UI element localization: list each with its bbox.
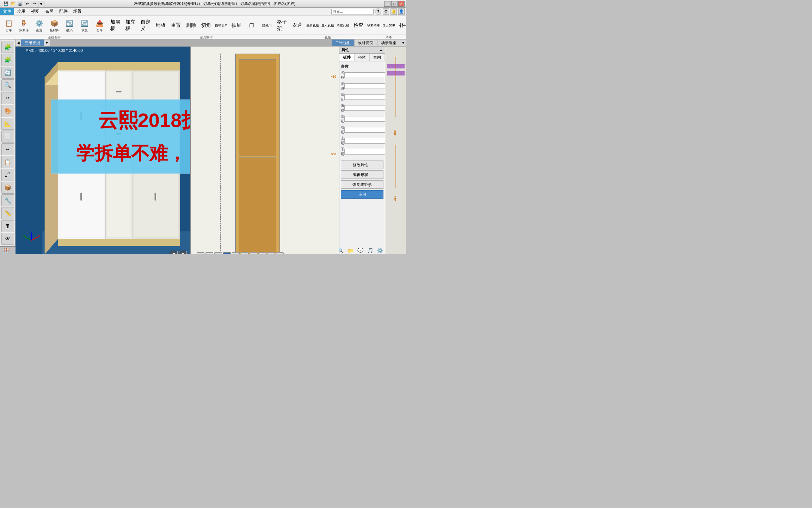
- zoom-out-btn[interactable]: ⊖: [205, 252, 213, 254]
- btn-bevel[interactable]: 切角: [199, 16, 214, 35]
- statusbar-chat-icon[interactable]: 💬: [357, 247, 364, 254]
- btn-redo[interactable]: ↪️ 恢复: [77, 16, 92, 35]
- btn-drawer[interactable]: 抽屉: [229, 16, 244, 35]
- sidebar-btn-5[interactable]: 🎨: [1, 105, 14, 117]
- zoom-in-btn[interactable]: ⊕: [197, 252, 204, 254]
- right-panel-collapse-btn[interactable]: ▲: [379, 48, 383, 52]
- sidebar-btn-13[interactable]: 📏: [1, 207, 14, 219]
- menu-file[interactable]: 文件: [0, 8, 14, 15]
- lock-all-btn[interactable]: 🔒: [276, 252, 284, 254]
- view2d-content[interactable]: 400.00 450 350 ⊕ ⊖ ⛶ □ A+ A- 🎨 🔓: [191, 47, 339, 254]
- quick-extra-btn[interactable]: ▼: [38, 1, 44, 7]
- sidebar-btn-3[interactable]: 🔍: [1, 79, 14, 91]
- prop-input-bottom-ext[interactable]: [344, 149, 390, 155]
- statusbar-music-icon[interactable]: 🎵: [367, 247, 374, 254]
- btn-undo-bevel[interactable]: 撤销切角: [214, 16, 229, 35]
- btn-restore-rect[interactable]: 恢复成矩形: [341, 180, 383, 189]
- lock-open-btn[interactable]: 🔓: [258, 252, 266, 254]
- btn-reset[interactable]: 重置: [168, 16, 183, 35]
- quick-save-btn[interactable]: 💾: [3, 1, 9, 7]
- quick-access-toolbar[interactable]: 💾 📂 🖨️ ↩ ↪ ▼: [1, 1, 46, 7]
- btn-add-shelf[interactable]: 加层板: [108, 16, 123, 35]
- btn-board-lib[interactable]: 📦 板材库: [47, 16, 62, 35]
- btn-check[interactable]: 检查: [351, 16, 366, 35]
- btn-add-vertical[interactable]: 加立板: [123, 16, 138, 35]
- sidebar-btn-6[interactable]: 📐: [1, 118, 14, 130]
- prop-input-left-ext[interactable]: [344, 116, 390, 122]
- view-prev-btn[interactable]: ◀: [16, 40, 21, 46]
- sidebar-btn-10[interactable]: 🖊: [1, 169, 14, 181]
- prop-tab-cabinet[interactable]: 柜体: [355, 54, 370, 61]
- btn-settings[interactable]: ⚙️ 设置: [32, 16, 47, 35]
- btn-grid-rack[interactable]: 格子架: [275, 16, 289, 35]
- btn-door[interactable]: 门: [244, 16, 259, 35]
- window-controls[interactable]: — □ ✕: [384, 1, 405, 7]
- prop-input-indent[interactable]: [344, 83, 390, 89]
- view2d-collapse-btn[interactable]: ▼: [400, 40, 406, 46]
- prop-input-right-ext[interactable]: [344, 127, 390, 133]
- sidebar-btn-2[interactable]: 🔄: [1, 67, 14, 79]
- statusbar-windows-icon[interactable]: 🪟: [3, 247, 10, 254]
- quick-print-btn[interactable]: 🖨️: [17, 1, 23, 7]
- menu-common[interactable]: 常用: [14, 8, 28, 15]
- sidebar-btn-0[interactable]: 🧩: [1, 41, 14, 53]
- tab-3d-view[interactable]: 三维视图: [21, 40, 44, 46]
- menu-layout[interactable]: 布局: [42, 8, 56, 15]
- prop-input-offset[interactable]: [344, 105, 390, 111]
- tab-design-room[interactable]: 设计房间: [355, 40, 377, 46]
- fit-view-btn[interactable]: ⛶: [214, 252, 222, 254]
- menu-scene[interactable]: 场景: [70, 8, 85, 15]
- btn-share[interactable]: 📤 分享: [92, 16, 107, 35]
- statusbar-settings-icon[interactable]: ⚙️: [376, 247, 383, 254]
- sidebar-btn-7[interactable]: ⬜: [1, 131, 14, 143]
- text-large-btn[interactable]: A+: [232, 252, 240, 254]
- btn-pave[interactable]: 铺板: [153, 16, 168, 35]
- btn-edit-shape[interactable]: 编辑形状...: [341, 170, 383, 179]
- btn-furniture-lib[interactable]: 🪑 家具库: [17, 16, 31, 35]
- btn-apply[interactable]: 应用: [341, 190, 383, 199]
- prop-tab-board[interactable]: 板件: [339, 54, 355, 61]
- search-input[interactable]: [331, 9, 374, 14]
- sidebar-btn-9[interactable]: 📋: [1, 156, 14, 168]
- notification-icon[interactable]: 🔔: [390, 8, 397, 15]
- btn-clear-holes[interactable]: 清空孔槽: [336, 16, 350, 35]
- view-3d[interactable]: 柜体：400.00 * 340.00 * 2140.00: [16, 47, 191, 254]
- btn-order[interactable]: 📋 订单: [1, 16, 16, 35]
- btn-modify-props[interactable]: 修改属性...: [341, 161, 383, 169]
- front-view-btn[interactable]: F: [170, 251, 178, 254]
- btn-delete[interactable]: 删除: [184, 16, 198, 35]
- color-btn[interactable]: 🎨: [250, 252, 257, 254]
- help-button[interactable]: ?: [375, 8, 381, 15]
- btn-export-dxf[interactable]: 导出DXF: [381, 16, 396, 35]
- prop-tab-space[interactable]: 空间: [370, 54, 385, 61]
- prop-input-name[interactable]: [344, 72, 390, 78]
- sidebar-btn-15[interactable]: 👁: [1, 233, 14, 245]
- quick-redo-btn[interactable]: ↪: [31, 1, 37, 7]
- close-btn[interactable]: ✕: [398, 1, 405, 7]
- prop-input-rear[interactable]: [344, 94, 390, 100]
- minimize-btn[interactable]: —: [384, 1, 390, 7]
- sidebar-btn-4[interactable]: ✂: [1, 92, 14, 104]
- menu-view[interactable]: 视图: [28, 8, 42, 15]
- menu-parts[interactable]: 配件: [56, 8, 70, 15]
- btn-hidden-door[interactable]: 隐藏门: [259, 16, 274, 35]
- text-small-btn[interactable]: A-: [241, 252, 248, 254]
- btn-custom[interactable]: 自定义: [138, 16, 153, 35]
- quick-open-btn[interactable]: 📂: [10, 1, 16, 7]
- btn-show-holes[interactable]: 显示孔槽: [320, 16, 335, 35]
- view-collapse-btn[interactable]: ▼: [44, 40, 50, 46]
- tab-scene-render[interactable]: 场景渲染: [377, 40, 400, 46]
- btn-material-list[interactable]: 物料清单: [366, 16, 381, 35]
- btn-undo[interactable]: ↩️ 撤消: [62, 16, 77, 35]
- sidebar-btn-14[interactable]: 🗑: [1, 220, 14, 232]
- zoom-rect-btn[interactable]: □: [223, 252, 231, 254]
- user-icon[interactable]: 👤: [398, 8, 405, 15]
- sidebar-btn-1[interactable]: 🧩: [1, 54, 14, 66]
- statusbar-folder-icon[interactable]: 📁: [347, 247, 354, 254]
- sidebar-btn-12[interactable]: 🔧: [1, 194, 14, 206]
- sidebar-btn-8[interactable]: ↔: [1, 143, 14, 155]
- right-view-btn[interactable]: R: [179, 251, 187, 254]
- quick-undo-btn[interactable]: ↩: [24, 1, 30, 7]
- btn-supplement-board[interactable]: 补板: [396, 16, 406, 35]
- btn-wardrobe-bar[interactable]: 衣通: [290, 16, 304, 35]
